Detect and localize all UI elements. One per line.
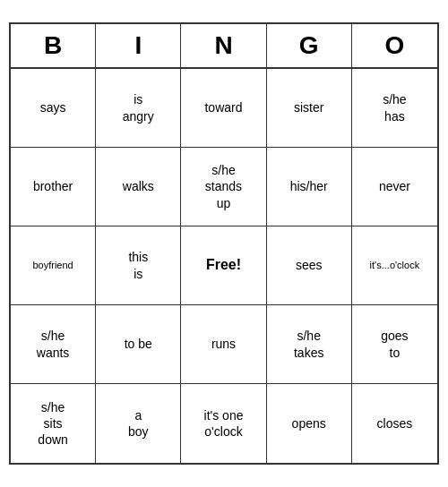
bingo-cell[interactable]: isangry xyxy=(96,69,181,148)
header-letter: I xyxy=(96,24,181,67)
bingo-cell[interactable]: sister xyxy=(267,69,352,148)
bingo-cell[interactable]: it's...o'clock xyxy=(352,226,437,305)
bingo-cell[interactable]: aboy xyxy=(96,384,181,463)
header-letter: G xyxy=(267,24,352,67)
bingo-cell[interactable]: boyfriend xyxy=(11,226,96,305)
bingo-cell[interactable]: s/hehas xyxy=(352,69,437,148)
bingo-cell[interactable]: s/hestandsup xyxy=(181,148,266,226)
bingo-header: BINGO xyxy=(11,24,437,69)
bingo-cell[interactable]: toward xyxy=(181,69,266,148)
bingo-cell[interactable]: s/hesitsdown xyxy=(11,384,96,463)
bingo-cell[interactable]: walks xyxy=(96,148,181,226)
bingo-cell[interactable]: sees xyxy=(267,226,352,305)
bingo-cell[interactable]: his/her xyxy=(267,148,352,226)
bingo-cell[interactable]: thisis xyxy=(96,226,181,305)
header-letter: N xyxy=(181,24,266,67)
free-space-cell[interactable]: Free! xyxy=(181,226,266,305)
bingo-card: BINGO saysisangrytowardsisters/hehasbrot… xyxy=(9,22,439,465)
bingo-cell[interactable]: closes xyxy=(352,384,437,463)
bingo-cell[interactable]: it's oneo'clock xyxy=(181,384,266,463)
bingo-cell[interactable]: to be xyxy=(96,305,181,384)
bingo-cell[interactable]: runs xyxy=(181,305,266,384)
header-letter: O xyxy=(352,24,437,67)
bingo-cell[interactable]: never xyxy=(352,148,437,226)
bingo-cell[interactable]: s/hewants xyxy=(11,305,96,384)
header-letter: B xyxy=(11,24,96,67)
bingo-cell[interactable]: goesto xyxy=(352,305,437,384)
bingo-cell[interactable]: says xyxy=(11,69,96,148)
bingo-grid: saysisangrytowardsisters/hehasbrotherwal… xyxy=(11,69,437,463)
bingo-cell[interactable]: opens xyxy=(267,384,352,463)
bingo-cell[interactable]: s/hetakes xyxy=(267,305,352,384)
bingo-cell[interactable]: brother xyxy=(11,148,96,226)
